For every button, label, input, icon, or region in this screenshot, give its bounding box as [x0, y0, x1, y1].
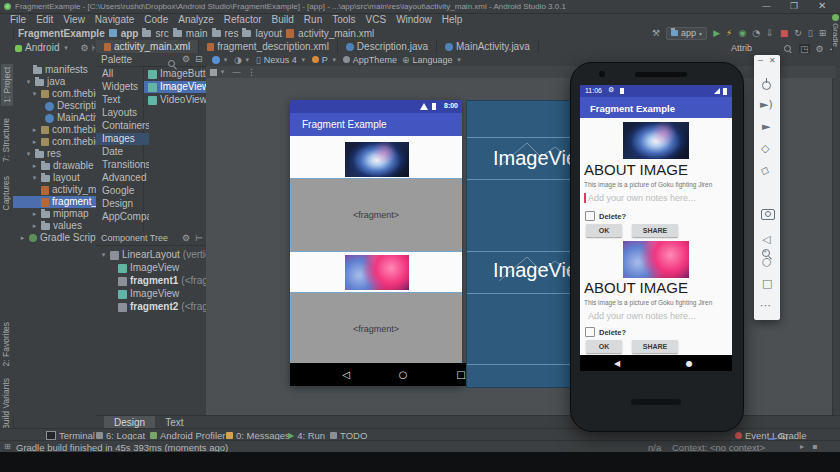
tree-item-gradle-scripts[interactable]: ▸Gradle Scripts [13, 232, 97, 244]
collapse-strip-icon[interactable]: — [232, 67, 241, 77]
emu-share-button-2[interactable]: SHARE [632, 340, 678, 353]
palette-cat-all[interactable]: All [96, 68, 149, 80]
preview-imageview-2[interactable] [345, 255, 409, 290]
menu-refactor[interactable]: Refactor [219, 14, 267, 25]
emu-checkbox-label-1[interactable]: Delete? [599, 212, 626, 221]
profiler-icon[interactable]: ◔ [752, 28, 760, 38]
collapse-icon[interactable]: ⊢ [92, 42, 95, 54]
palette-cat-transitions[interactable]: Transitions [96, 159, 149, 171]
apply-changes-icon[interactable]: ⚡ [726, 28, 732, 38]
volume-down-icon[interactable]: ► [762, 121, 770, 132]
palette-gear-icon[interactable]: ⚙ [182, 54, 190, 64]
palette-cat-widgets[interactable]: Widgets [96, 81, 149, 93]
emu-checkbox-2[interactable] [585, 327, 595, 337]
tab-description-java[interactable]: Description.java [338, 40, 437, 53]
emu-ctl-home-icon[interactable]: ○ [762, 256, 772, 267]
breadcrumb-res[interactable]: res [225, 28, 239, 39]
emu-ok-button-1[interactable]: OK [586, 224, 622, 237]
palette-cat-advanced[interactable]: Advanced [96, 172, 149, 184]
stripe-tab-project[interactable]: 1: Project [1, 64, 13, 106]
palette-cat-design[interactable]: Design [96, 198, 149, 210]
api-selector[interactable]: P▾ [312, 55, 338, 65]
stripe-tab-build-variants[interactable]: Build Variants [1, 378, 11, 430]
tree-item-drawable[interactable]: ▸drawable [13, 160, 97, 172]
recents-icon[interactable]: □ [456, 369, 465, 380]
menu-code[interactable]: Code [139, 14, 173, 25]
palette-cat-images[interactable]: Images [96, 133, 149, 145]
screenshot-camera-icon[interactable] [761, 209, 775, 220]
emu-checkbox-1[interactable] [585, 211, 595, 221]
component-tree-minimize-icon[interactable]: ⊢ [195, 233, 203, 243]
sdk-manager-icon[interactable]: ⊞ [819, 28, 827, 38]
orientation-selector[interactable]: ◑▾ [234, 55, 251, 65]
tree-item-package[interactable]: ▾com.thebioneer.fragmentex [13, 88, 97, 100]
home-icon[interactable]: ○ [399, 369, 408, 380]
menu-analyze[interactable]: Analyze [173, 14, 219, 25]
emu-notes-field-2[interactable]: Add your own notes here... [588, 311, 696, 321]
tree-item-java[interactable]: ▾java [13, 76, 97, 88]
breadcrumb-main[interactable]: main [186, 28, 208, 39]
menu-build[interactable]: Build [267, 14, 299, 25]
emulator-close-icon[interactable]: ✕ [769, 56, 776, 65]
debug-icon[interactable]: ◉ [738, 28, 746, 38]
more-options-icon[interactable]: ⋯ [760, 300, 771, 311]
emulator-minimize-icon[interactable]: – [758, 55, 763, 65]
design-preview[interactable]: 8:00 Fragment Example <fragment> <fragme… [290, 100, 462, 386]
stripe-tab-gradle[interactable]: Gradle [831, 14, 840, 56]
breadcrumb-project[interactable]: FragmentExample [18, 28, 105, 39]
emu-notes-field-1[interactable]: Add your own notes here... [588, 193, 696, 203]
maximize-window-icon[interactable]: ❐ [790, 0, 798, 12]
emu-ctl-overview-icon[interactable]: □ [762, 278, 772, 289]
menu-navigate[interactable]: Navigate [90, 14, 139, 25]
palette-item-imageview[interactable]: ImageView [144, 81, 210, 93]
close-window-icon[interactable]: ✕ [818, 0, 826, 12]
theme-selector[interactable]: AppTheme [343, 55, 397, 65]
breadcrumb-src[interactable]: src [155, 28, 168, 39]
preview-fragment-1[interactable]: <fragment> [290, 178, 462, 252]
tab-activity-main-xml[interactable]: activity_main.xml [96, 40, 199, 53]
project-view-selector[interactable]: Android ▾ ⚙ ⊢ [15, 42, 95, 54]
settings-icon[interactable]: ⚙ [80, 42, 88, 54]
back-icon[interactable]: ◁ [342, 369, 350, 380]
stop-icon[interactable]: ■ [780, 28, 789, 38]
emu-checkbox-label-2[interactable]: Delete? [599, 328, 626, 337]
rotate-left-icon[interactable]: ◇ [761, 143, 769, 154]
power-icon[interactable] [762, 78, 772, 89]
design-surface-selector[interactable]: ▾ [212, 56, 229, 64]
emu-home-icon[interactable]: ● [686, 359, 693, 368]
breadcrumb-file[interactable]: activity_main.xml [298, 28, 374, 39]
tree-item-mainactivity-class[interactable]: MainActivity [13, 112, 97, 124]
palette-cat-containers[interactable]: Containers [96, 120, 149, 132]
menu-window[interactable]: Window [391, 14, 437, 25]
palette-item-videoview[interactable]: VideoView [144, 94, 210, 106]
breadcrumb-app[interactable]: app [121, 28, 139, 39]
tree-item-package-androidtest[interactable]: ▸com.thebioneer.fragmentex [13, 124, 97, 136]
emu-share-button-1[interactable]: SHARE [632, 224, 678, 237]
menu-edit[interactable]: Edit [31, 14, 58, 25]
breadcrumb-layout[interactable]: layout [255, 28, 282, 39]
palette-cat-appcompat[interactable]: AppCompat [96, 211, 149, 223]
palette-cat-layouts[interactable]: Layouts [96, 107, 149, 119]
menu-view[interactable]: View [58, 14, 90, 25]
preview-fragment-2[interactable]: <fragment> [290, 292, 462, 365]
palette-item-imagebutton[interactable]: ImageButton [144, 68, 210, 80]
wrench-icon[interactable]: ⚒ [652, 28, 660, 38]
volume-up-icon[interactable]: ►) [760, 99, 773, 110]
component-root-linearlayout[interactable]: ▾ LinearLayout(vertical) [96, 249, 210, 261]
sync-gradle-icon[interactable]: ↻ [794, 28, 802, 38]
tree-item-manifests[interactable]: manifests [13, 64, 97, 76]
palette-cat-date[interactable]: Date [96, 146, 149, 158]
palette-cat-text[interactable]: Text [96, 94, 149, 106]
tree-item-fragment-description-xml[interactable]: fragment_description.xm [13, 196, 97, 208]
tree-item-values[interactable]: ▸values [13, 220, 97, 232]
stripe-tab-favorites[interactable]: 2: Favorites [1, 322, 11, 366]
device-selector[interactable]: ▯Nexus 4▾ [256, 55, 307, 65]
tree-item-res[interactable]: ▾res [13, 148, 97, 160]
run-icon[interactable]: ▶ [713, 28, 720, 38]
menu-vcs[interactable]: VCS [361, 14, 392, 25]
emu-ok-button-2[interactable]: OK [586, 340, 622, 353]
tab-mainactivity-java[interactable]: MainActivity.java [437, 40, 539, 53]
stripe-tab-captures[interactable]: Captures [1, 176, 11, 211]
tree-item-description-class[interactable]: Description [13, 100, 97, 112]
toolwindow-toggle-icon[interactable]: ⊞ [4, 442, 11, 451]
